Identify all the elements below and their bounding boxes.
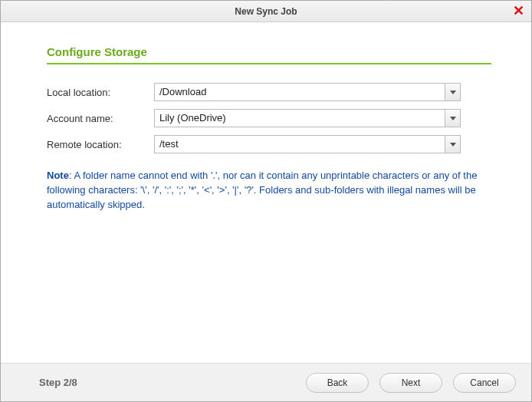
section-heading: Configure Storage: [47, 45, 493, 58]
note-body: : A folder name cannot end with '.', nor…: [47, 170, 477, 210]
close-icon: ✕: [513, 3, 524, 18]
remote-location-select[interactable]: /test: [154, 135, 461, 153]
row-account-name: Account name: Lily (OneDrive): [47, 109, 493, 127]
local-location-select[interactable]: /Download: [154, 83, 461, 101]
titlebar: New Sync Job ✕: [1, 1, 531, 22]
step-indicator: Step 2/8: [39, 377, 77, 388]
cancel-button[interactable]: Cancel: [453, 373, 516, 393]
note-text-block: Note: A folder name cannot end with '.',…: [47, 169, 484, 213]
label-account-name: Account name:: [47, 113, 154, 124]
account-name-select[interactable]: Lily (OneDrive): [154, 109, 461, 127]
local-location-dropdown-button[interactable]: [445, 84, 460, 100]
label-remote-location: Remote location:: [47, 139, 154, 150]
account-name-value: Lily (OneDrive): [155, 110, 445, 127]
close-button[interactable]: ✕: [511, 4, 525, 18]
chevron-down-icon: [450, 91, 456, 94]
chevron-down-icon: [450, 117, 456, 120]
back-button[interactable]: Back: [306, 373, 369, 393]
label-local-location: Local location:: [47, 87, 154, 98]
account-name-dropdown-button[interactable]: [445, 110, 460, 127]
row-local-location: Local location: /Download: [47, 83, 493, 101]
remote-location-value: /test: [155, 136, 445, 153]
footer-bar: Step 2/8 Back Next Cancel: [1, 363, 531, 401]
remote-location-dropdown-button[interactable]: [445, 136, 460, 153]
section-divider: [47, 63, 491, 64]
content-area: Configure Storage Local location: /Downl…: [1, 22, 531, 363]
local-location-value: /Download: [155, 84, 445, 100]
dialog-window: New Sync Job ✕ Configure Storage Local l…: [0, 0, 532, 402]
chevron-down-icon: [450, 143, 456, 147]
window-title: New Sync Job: [235, 6, 297, 17]
next-button[interactable]: Next: [379, 373, 442, 393]
row-remote-location: Remote location: /test: [47, 135, 493, 153]
note-label: Note: [47, 170, 69, 181]
